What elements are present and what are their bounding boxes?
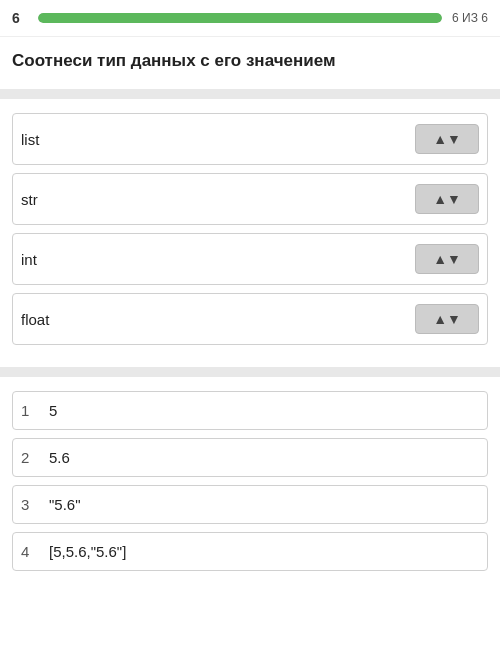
value-index-1: 1 [21,402,37,419]
types-section: list ▲▼ str ▲▼ int ▲▼ float ▲▼ [0,107,500,359]
value-index-4: 4 [21,543,37,560]
section-divider-bottom [0,367,500,377]
value-row-2: 2 5.6 [12,438,488,477]
type-row-list: list ▲▼ [12,113,488,165]
value-text-3: "5.6" [49,496,81,513]
value-row-1: 1 5 [12,391,488,430]
values-section: 1 5 2 5.6 3 "5.6" 4 [5,5.6,"5.6"] [0,385,500,585]
page-title: Соотнеси тип данных с его значением [0,37,500,81]
progress-bar-container [38,13,442,23]
type-row-str: str ▲▼ [12,173,488,225]
type-row-int: int ▲▼ [12,233,488,285]
type-label-list: list [21,131,39,148]
select-arrows-float: ▲▼ [433,311,461,327]
section-divider-top [0,89,500,99]
select-arrows-int: ▲▼ [433,251,461,267]
select-arrows-str: ▲▼ [433,191,461,207]
progress-bar-fill [38,13,442,23]
value-text-1: 5 [49,402,57,419]
type-select-float[interactable]: ▲▼ [415,304,479,334]
type-label-int: int [21,251,37,268]
step-number: 6 [12,10,28,26]
type-row-float: float ▲▼ [12,293,488,345]
type-select-str[interactable]: ▲▼ [415,184,479,214]
type-select-list[interactable]: ▲▼ [415,124,479,154]
value-text-2: 5.6 [49,449,70,466]
value-index-3: 3 [21,496,37,513]
header: 6 6 ИЗ 6 [0,0,500,37]
type-label-float: float [21,311,49,328]
value-row-3: 3 "5.6" [12,485,488,524]
value-index-2: 2 [21,449,37,466]
select-arrows-list: ▲▼ [433,131,461,147]
type-select-int[interactable]: ▲▼ [415,244,479,274]
type-label-str: str [21,191,38,208]
value-text-4: [5,5.6,"5.6"] [49,543,126,560]
value-row-4: 4 [5,5.6,"5.6"] [12,532,488,571]
progress-label: 6 ИЗ 6 [452,11,488,25]
